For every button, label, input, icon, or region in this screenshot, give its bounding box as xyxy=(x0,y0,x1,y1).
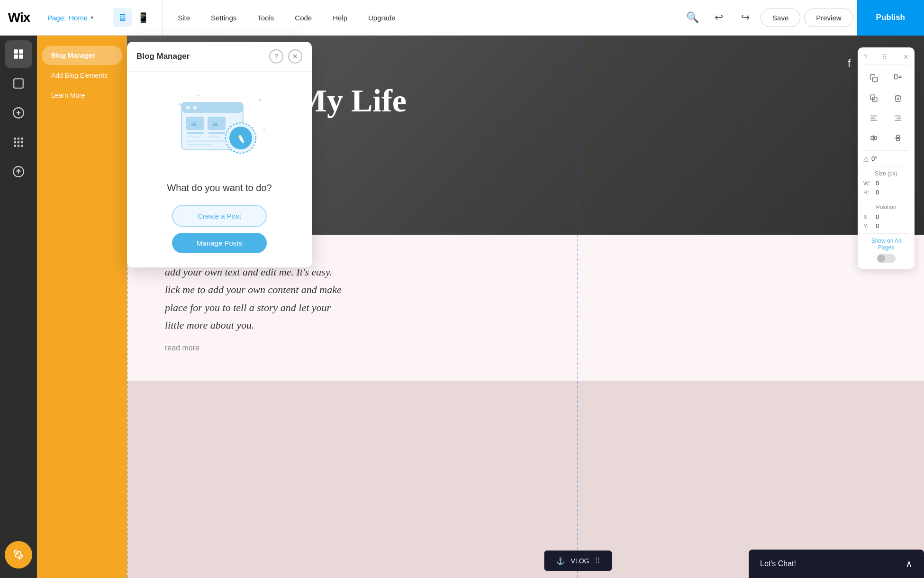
x-field: X: 0 xyxy=(863,213,909,220)
panel-header: ? ⠿ ✕ xyxy=(863,53,909,65)
modal-actions: ? ✕ xyxy=(269,49,302,64)
mobile-device-btn[interactable]: 📱 xyxy=(134,8,153,27)
vlog-label: VLOG xyxy=(571,557,589,565)
y-label: Y: xyxy=(863,223,873,229)
svg-rect-4 xyxy=(14,79,23,88)
align-right-icon[interactable] xyxy=(888,110,908,127)
w-label: W: xyxy=(863,180,873,187)
device-switcher: 🖥 📱 xyxy=(103,0,163,35)
cut-icon[interactable] xyxy=(888,70,908,87)
panel-divider-1 xyxy=(863,150,909,151)
blog-manager-modal: Blog Manager ? ✕ ✦ ✦ ✦ ✦ ⛰ xyxy=(127,42,312,267)
anchor-icon: ⚓ xyxy=(556,556,565,565)
size-label: Size (px) xyxy=(863,170,909,177)
code-nav-item[interactable]: Code xyxy=(284,0,322,35)
publish-button[interactable]: Publish xyxy=(857,0,924,36)
svg-rect-1 xyxy=(19,49,23,54)
settings-nav-item[interactable]: Settings xyxy=(200,0,247,35)
svg-rect-60 xyxy=(897,139,899,141)
align-left-icon[interactable] xyxy=(863,110,884,127)
svg-rect-59 xyxy=(897,135,899,138)
sidebar-item-blog[interactable] xyxy=(5,541,32,569)
read-more-link[interactable]: read more xyxy=(165,344,886,352)
content-line-3: place for you to tell a story and let yo… xyxy=(165,302,331,313)
add-blog-elements-item[interactable]: Add Blog Elements xyxy=(42,66,122,85)
panel-dots-icon[interactable]: ⠿ xyxy=(882,53,888,61)
duplicate-icon[interactable] xyxy=(863,90,884,107)
w-value[interactable]: 0 xyxy=(876,180,879,187)
modal-heading: What do you want to do? xyxy=(167,183,272,193)
sidebar-item-pages[interactable] xyxy=(5,40,32,68)
svg-text:✦: ✦ xyxy=(262,127,266,132)
help-nav-item[interactable]: Help xyxy=(322,0,358,35)
sidebar-item-upload[interactable] xyxy=(5,158,32,185)
drag-handle-icon[interactable]: ⠿ xyxy=(595,556,600,565)
preview-button[interactable]: Preview xyxy=(804,9,853,27)
panel-help-icon[interactable]: ? xyxy=(863,53,867,61)
svg-rect-15 xyxy=(18,145,19,147)
content-text: add your own text and edit me. It's easy… xyxy=(165,263,886,334)
redo-icon[interactable]: ↪ xyxy=(734,6,757,29)
delete-icon[interactable] xyxy=(888,90,908,107)
svg-rect-10 xyxy=(21,138,23,139)
upgrade-nav-item[interactable]: Upgrade xyxy=(358,0,406,35)
topbar: Wix Page: Home ▾ 🖥 📱 Site Settings Tools… xyxy=(0,0,924,36)
sidebar-item-add[interactable] xyxy=(5,99,32,127)
h-value[interactable]: 0 xyxy=(876,189,879,196)
svg-rect-25 xyxy=(181,102,243,113)
copy-icon[interactable] xyxy=(863,70,884,87)
svg-point-26 xyxy=(186,106,190,110)
chat-expand-icon[interactable]: ∧ xyxy=(906,558,913,569)
help-icon[interactable]: ? xyxy=(269,49,283,64)
svg-rect-9 xyxy=(18,138,19,139)
svg-rect-13 xyxy=(21,141,23,143)
svg-rect-2 xyxy=(14,55,18,59)
y-field: Y: 0 xyxy=(863,222,909,229)
svg-rect-8 xyxy=(14,138,16,139)
sidebar-item-apps[interactable] xyxy=(5,128,32,156)
page-name: Home xyxy=(69,14,88,22)
rotation-value: 0° xyxy=(871,155,877,162)
manage-posts-button[interactable]: Manage Posts xyxy=(172,233,267,253)
x-value[interactable]: 0 xyxy=(876,213,879,220)
content-line-4: little more about you. xyxy=(165,319,254,331)
svg-rect-3 xyxy=(19,55,23,59)
panel-divider-2 xyxy=(863,166,909,166)
show-all-pages-toggle[interactable] xyxy=(863,254,909,263)
create-post-button[interactable]: Create a Post xyxy=(172,205,267,227)
height-field: H: 0 xyxy=(863,189,909,196)
site-nav-item[interactable]: Site xyxy=(167,0,200,35)
page-label: Page: xyxy=(47,14,66,22)
x-label: X: xyxy=(863,214,873,220)
svg-rect-31 xyxy=(187,136,199,138)
distribute-v-icon[interactable] xyxy=(888,129,908,147)
distribute-h-icon[interactable] xyxy=(863,129,884,147)
position-label: Position xyxy=(863,204,909,211)
close-icon[interactable]: ✕ xyxy=(288,49,302,64)
toggle-track xyxy=(877,254,896,263)
svg-text:✦: ✦ xyxy=(196,92,200,99)
svg-rect-12 xyxy=(18,141,19,143)
chevron-down-icon: ▾ xyxy=(91,14,93,21)
rotation-icon: △ xyxy=(863,155,869,162)
modal-header: Blog Manager ? ✕ xyxy=(127,42,312,72)
chat-bar[interactable]: Let's Chat! ∧ xyxy=(749,550,924,578)
y-value[interactable]: 0 xyxy=(876,222,879,229)
desktop-device-btn[interactable]: 🖥 xyxy=(113,8,132,27)
panel-divider-3 xyxy=(863,200,909,200)
tools-nav-item[interactable]: Tools xyxy=(247,0,284,35)
learn-more-item[interactable]: Learn More xyxy=(42,86,122,105)
facebook-icon[interactable]: f xyxy=(848,57,851,70)
page-selector[interactable]: Page: Home ▾ xyxy=(38,0,103,35)
topbar-actions: 🔍 ↩ ↪ Save Preview Publish xyxy=(681,0,924,36)
save-button[interactable]: Save xyxy=(761,9,800,27)
svg-rect-35 xyxy=(208,136,220,138)
svg-point-19 xyxy=(16,552,18,554)
undo-icon[interactable]: ↩ xyxy=(707,6,730,29)
search-icon[interactable]: 🔍 xyxy=(681,6,704,29)
sidebar-item-layers[interactable] xyxy=(5,70,32,97)
blog-manager-item[interactable]: Blog Manager xyxy=(42,46,122,65)
panel-divider-4 xyxy=(863,233,909,234)
toggle-thumb xyxy=(878,255,885,262)
panel-close-icon[interactable]: ✕ xyxy=(903,53,909,61)
